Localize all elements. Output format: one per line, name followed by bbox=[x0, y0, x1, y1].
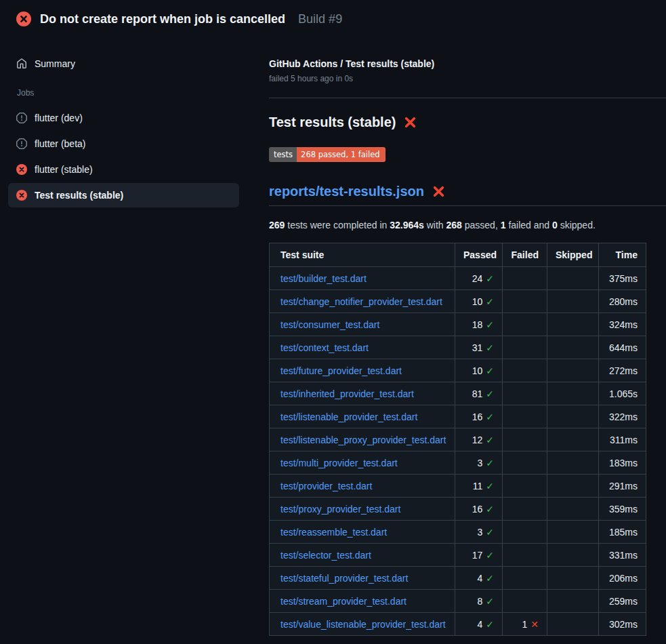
cell-passed: 8✓ bbox=[455, 590, 503, 613]
cell-time: 322ms bbox=[599, 405, 646, 428]
cell-passed: 4✓ bbox=[455, 613, 503, 636]
test-suite-link[interactable]: test/consumer_test.dart bbox=[280, 319, 379, 330]
check-icon: ✓ bbox=[486, 481, 494, 491]
report-file-link[interactable]: reports/test-results.json bbox=[269, 184, 424, 199]
main-content: GitHub Actions / Test results (stable) f… bbox=[253, 38, 666, 636]
cell-skipped bbox=[547, 267, 599, 290]
test-suite-link[interactable]: test/listenable_provider_test.dart bbox=[280, 411, 417, 422]
test-suite-link[interactable]: test/value_listenable_provider_test.dart bbox=[280, 619, 446, 630]
test-suite-link[interactable]: test/selector_test.dart bbox=[280, 550, 371, 561]
cell-test-suite: test/provider_test.dart bbox=[270, 475, 455, 498]
cell-passed: 24✓ bbox=[455, 267, 503, 290]
passed-count: 18 bbox=[472, 319, 483, 330]
test-suite-link[interactable]: test/change_notifier_provider_test.dart bbox=[280, 296, 442, 307]
cell-time: 291ms bbox=[599, 475, 646, 498]
sidebar-item-summary[interactable]: Summary bbox=[8, 57, 239, 71]
cell-time: 324ms bbox=[599, 313, 646, 336]
sidebar-item-label: flutter (stable) bbox=[35, 164, 93, 175]
x-circle-icon bbox=[16, 190, 27, 201]
badge-label: tests bbox=[269, 147, 297, 162]
cell-passed: 10✓ bbox=[455, 359, 503, 382]
sidebar-item-test-results-stable[interactable]: Test results (stable) bbox=[8, 183, 239, 207]
cell-passed: 17✓ bbox=[455, 544, 503, 567]
stop-icon bbox=[16, 138, 27, 149]
table-row: test/future_provider_test.dart10✓272ms bbox=[270, 359, 646, 382]
jobs-section-label: Jobs bbox=[17, 88, 239, 98]
table-row: test/selector_test.dart17✓331ms bbox=[270, 544, 646, 567]
cell-failed bbox=[503, 451, 547, 475]
sidebar: Summary Jobs flutter (dev)flutter (beta)… bbox=[0, 38, 253, 209]
cell-failed bbox=[503, 498, 547, 521]
summary-number: 268 bbox=[446, 220, 462, 230]
check-icon: ✓ bbox=[486, 596, 494, 607]
tests-badge: tests 268 passed, 1 failed bbox=[269, 147, 386, 162]
cell-failed bbox=[503, 382, 547, 405]
cell-passed: 81✓ bbox=[455, 382, 503, 405]
sidebar-summary-label: Summary bbox=[35, 58, 75, 69]
cell-skipped bbox=[547, 613, 599, 636]
passed-count: 24 bbox=[472, 273, 483, 284]
summary-text: passed, bbox=[462, 220, 501, 230]
cell-failed: 1✕ bbox=[503, 613, 547, 636]
test-suite-link[interactable]: test/multi_provider_test.dart bbox=[280, 458, 398, 468]
passed-count: 3 bbox=[477, 458, 482, 468]
cell-test-suite: test/listenable_proxy_provider_test.dart bbox=[270, 428, 455, 451]
cell-skipped bbox=[547, 336, 599, 359]
test-suite-link[interactable]: test/inherited_provider_test.dart bbox=[280, 388, 414, 399]
run-status-line: failed 5 hours ago in 0s bbox=[269, 74, 666, 83]
cell-passed: 16✓ bbox=[455, 405, 503, 428]
cell-failed bbox=[503, 405, 547, 428]
cell-passed: 3✓ bbox=[455, 451, 503, 475]
page-title: Do not create report when job is cancell… bbox=[40, 12, 285, 26]
test-suite-link[interactable]: test/builder_test.dart bbox=[280, 273, 367, 284]
section-title-text: Test results (stable) bbox=[269, 115, 396, 130]
sidebar-item-flutter-dev[interactable]: flutter (dev) bbox=[8, 106, 239, 130]
table-row: test/value_listenable_provider_test.dart… bbox=[270, 613, 646, 636]
cell-failed bbox=[503, 267, 547, 290]
cell-test-suite: test/inherited_provider_test.dart bbox=[270, 382, 455, 405]
check-icon: ✓ bbox=[486, 619, 494, 630]
cell-time: 280ms bbox=[599, 290, 646, 313]
test-suite-link[interactable]: test/listenable_proxy_provider_test.dart bbox=[280, 435, 446, 445]
check-icon: ✓ bbox=[486, 527, 494, 538]
sidebar-item-label: flutter (beta) bbox=[35, 138, 85, 149]
cell-passed: 16✓ bbox=[455, 498, 503, 521]
cell-test-suite: test/proxy_provider_test.dart bbox=[270, 498, 455, 521]
test-suite-link[interactable]: test/future_provider_test.dart bbox=[280, 365, 402, 376]
test-suite-link[interactable]: test/provider_test.dart bbox=[280, 481, 372, 491]
cell-time: 375ms bbox=[599, 267, 646, 290]
x-circle-icon bbox=[16, 164, 27, 175]
sidebar-item-flutter-stable[interactable]: flutter (stable) bbox=[8, 157, 239, 182]
report-title: reports/test-results.json bbox=[269, 184, 666, 206]
sidebar-item-flutter-beta[interactable]: flutter (beta) bbox=[8, 132, 239, 156]
passed-count: 12 bbox=[472, 435, 483, 445]
sidebar-jobs-list: flutter (dev)flutter (beta)flutter (stab… bbox=[8, 106, 239, 207]
test-suite-link[interactable]: test/proxy_provider_test.dart bbox=[280, 504, 400, 515]
x-mark-icon bbox=[404, 116, 417, 129]
test-suite-link[interactable]: test/reassemble_test.dart bbox=[280, 527, 387, 538]
cell-failed bbox=[503, 290, 547, 313]
cell-failed bbox=[503, 428, 547, 451]
test-suite-link[interactable]: test/stateful_provider_test.dart bbox=[280, 573, 408, 584]
header-passed: Passed bbox=[455, 243, 503, 267]
cell-time: 359ms bbox=[599, 498, 646, 521]
table-row: test/listenable_proxy_provider_test.dart… bbox=[270, 428, 646, 451]
cell-time: 311ms bbox=[599, 428, 646, 451]
cell-failed bbox=[503, 359, 547, 382]
cell-time: 183ms bbox=[599, 451, 646, 475]
check-icon: ✓ bbox=[486, 319, 494, 330]
divider bbox=[269, 98, 666, 98]
table-row: test/builder_test.dart24✓375ms bbox=[270, 267, 646, 290]
header-failed: Failed bbox=[503, 243, 547, 267]
summary-number: 269 bbox=[269, 220, 285, 230]
table-row: test/listenable_provider_test.dart16✓322… bbox=[270, 405, 646, 428]
cell-skipped bbox=[547, 290, 599, 313]
test-suite-link[interactable]: test/stream_provider_test.dart bbox=[280, 596, 407, 607]
test-suite-link[interactable]: test/context_test.dart bbox=[280, 342, 369, 353]
check-icon: ✓ bbox=[486, 342, 494, 353]
passed-count: 4 bbox=[477, 619, 482, 630]
cell-skipped bbox=[547, 359, 599, 382]
stop-icon bbox=[16, 113, 27, 123]
cell-skipped bbox=[547, 521, 599, 544]
table-row: test/proxy_provider_test.dart16✓359ms bbox=[270, 498, 646, 521]
